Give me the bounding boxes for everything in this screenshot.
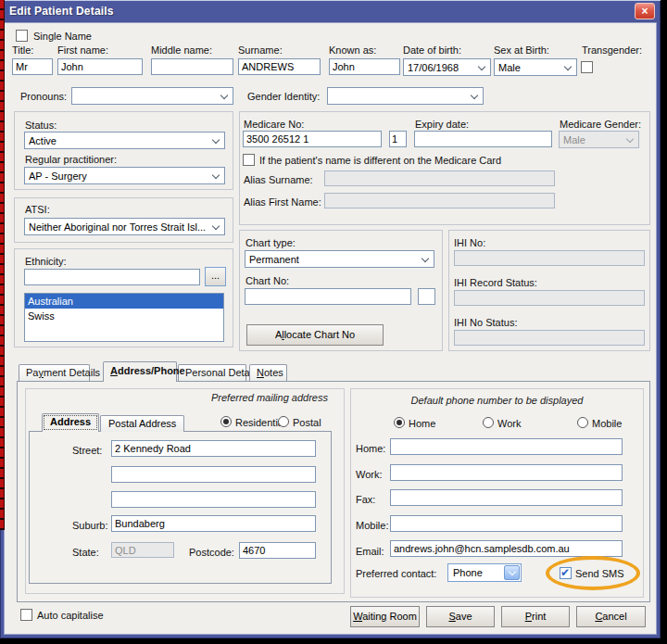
medicare-irn-field[interactable] xyxy=(389,131,407,147)
annotation-circle xyxy=(546,556,640,590)
list-item[interactable]: Australian xyxy=(25,294,223,309)
tab-personal-details[interactable]: Personal Details xyxy=(178,364,246,381)
street-field-3[interactable] xyxy=(111,491,316,508)
titlebar[interactable]: Edit Patient Details × xyxy=(0,0,661,22)
street-field-2[interactable] xyxy=(111,466,316,483)
ihi-record-status-field xyxy=(454,290,645,306)
waiting-room-button[interactable]: Waiting Room xyxy=(350,606,420,627)
status-value: Active xyxy=(29,135,57,146)
mobile-radio[interactable] xyxy=(577,417,588,428)
alias-surname-label: Alias Surname: xyxy=(244,174,313,185)
ethnicity-label: Ethnicity: xyxy=(25,256,67,267)
sex-at-birth-combo[interactable]: Male xyxy=(494,58,577,76)
chevron-down-icon xyxy=(212,222,220,230)
pronouns-combo[interactable] xyxy=(71,87,233,105)
atsi-combo[interactable]: Neither Aboriginal nor Torres Strait Isl… xyxy=(24,218,225,235)
save-button[interactable]: Save xyxy=(426,606,495,627)
atsi-value: Neither Aboriginal nor Torres Strait Isl… xyxy=(29,221,206,233)
transgender-checkbox[interactable] xyxy=(581,61,593,73)
subtab-postal-address[interactable]: Postal Address xyxy=(100,415,184,432)
middle-name-field[interactable] xyxy=(151,58,233,75)
chevron-down-icon xyxy=(422,255,429,262)
transgender-label: Transgender: xyxy=(582,44,642,56)
default-phone-heading: Default phone number to be displayed xyxy=(350,395,644,406)
home-phone-field[interactable] xyxy=(390,438,623,455)
fax-field[interactable] xyxy=(390,489,623,506)
background-right xyxy=(661,0,667,644)
regular-practitioner-value: AP - Surgery xyxy=(29,170,87,182)
expiry-date-field[interactable] xyxy=(414,131,552,147)
first-name-field[interactable] xyxy=(57,58,143,75)
state-label: State: xyxy=(72,547,99,558)
chevron-down-icon xyxy=(509,568,516,575)
work-phone-field[interactable] xyxy=(390,464,623,481)
auto-capitalise-label: Auto capitalise xyxy=(37,610,104,621)
chevron-down-icon xyxy=(212,136,220,144)
chevron-down-icon xyxy=(564,63,572,70)
edit-patient-details-dialog: Edit Patient Details × Single Name Title… xyxy=(0,0,667,644)
suburb-field[interactable] xyxy=(111,515,316,532)
title-field[interactable] xyxy=(12,58,53,75)
chevron-down-icon xyxy=(478,63,485,70)
tab-notes[interactable]: Notes xyxy=(249,364,287,381)
chevron-down-icon xyxy=(471,92,478,99)
regular-practitioner-label: Regular practitioner: xyxy=(25,154,117,165)
known-as-field[interactable] xyxy=(329,58,400,75)
preferred-contact-combo[interactable]: Phone xyxy=(447,563,522,582)
email-field[interactable] xyxy=(390,540,623,557)
regular-practitioner-combo[interactable]: AP - Surgery xyxy=(24,167,225,184)
tab-address-phone[interactable]: Address/Phone xyxy=(103,361,177,382)
preferred-mailing-heading: Preferred mailing address xyxy=(211,392,328,403)
dob-combo[interactable]: 17/06/1968 xyxy=(403,58,491,76)
chart-no-check-field[interactable] xyxy=(418,288,435,305)
alias-first-name-field xyxy=(324,193,555,208)
status-combo[interactable]: Active xyxy=(24,132,225,149)
dialog-window: Edit Patient Details × Single Name Title… xyxy=(0,0,661,638)
close-icon[interactable]: × xyxy=(635,3,655,19)
postcode-label: Postcode: xyxy=(189,547,234,558)
chevron-down-icon xyxy=(626,135,634,143)
preferred-contact-label: Preferred contact: xyxy=(356,568,436,579)
mobile-phone-field[interactable] xyxy=(390,515,623,532)
residential-radio[interactable] xyxy=(220,416,232,427)
tab-payment-details[interactable]: Payment Details xyxy=(19,364,90,381)
medicare-no-field[interactable] xyxy=(243,131,382,147)
gender-identity-combo[interactable] xyxy=(327,87,484,105)
allocate-chart-no-button[interactable]: Allocate Chart No xyxy=(246,324,384,346)
chart-type-combo[interactable]: Permanent xyxy=(245,250,434,268)
ethnicity-browse-button[interactable]: ... xyxy=(205,267,226,286)
status-label: Status: xyxy=(25,120,57,131)
single-name-label: Single Name xyxy=(33,31,92,42)
sex-at-birth-label: Sex at Birth: xyxy=(494,44,549,56)
cancel-button[interactable]: Cancel xyxy=(576,606,646,627)
home-radio[interactable] xyxy=(394,417,405,428)
preferred-contact-value: Phone xyxy=(453,567,483,578)
email-label: Email: xyxy=(356,546,384,557)
single-name-checkbox[interactable] xyxy=(16,30,28,42)
ethnicity-listbox[interactable]: Australian Swiss xyxy=(24,293,224,342)
alias-surname-field xyxy=(324,170,555,186)
chart-no-field[interactable] xyxy=(245,288,411,305)
list-item[interactable]: Swiss xyxy=(25,309,223,323)
postal-radio[interactable] xyxy=(278,416,289,427)
different-name-checkbox[interactable] xyxy=(243,154,255,166)
ihi-no-field xyxy=(454,250,645,266)
background-bottom xyxy=(0,638,667,644)
postcode-field[interactable] xyxy=(239,542,316,559)
work-label: Work: xyxy=(356,469,383,480)
chart-type-value: Permanent xyxy=(249,254,299,265)
auto-capitalise-checkbox[interactable] xyxy=(20,609,32,621)
ethnicity-field[interactable] xyxy=(24,269,200,285)
subtab-address[interactable]: Address xyxy=(42,413,99,432)
combo-dropdown-button[interactable] xyxy=(504,565,520,580)
ihi-no-label: IHI No: xyxy=(454,237,485,248)
print-button[interactable]: Print xyxy=(501,606,570,627)
fax-label: Fax: xyxy=(356,494,375,505)
middle-name-label: Middle name: xyxy=(151,44,212,56)
surname-field[interactable] xyxy=(238,58,321,75)
background-texture xyxy=(0,0,5,530)
street-field-1[interactable] xyxy=(111,440,316,457)
work-radio[interactable] xyxy=(483,417,494,428)
different-name-label: If the patient's name is different on th… xyxy=(259,155,501,166)
known-as-label: Known as: xyxy=(329,44,376,56)
